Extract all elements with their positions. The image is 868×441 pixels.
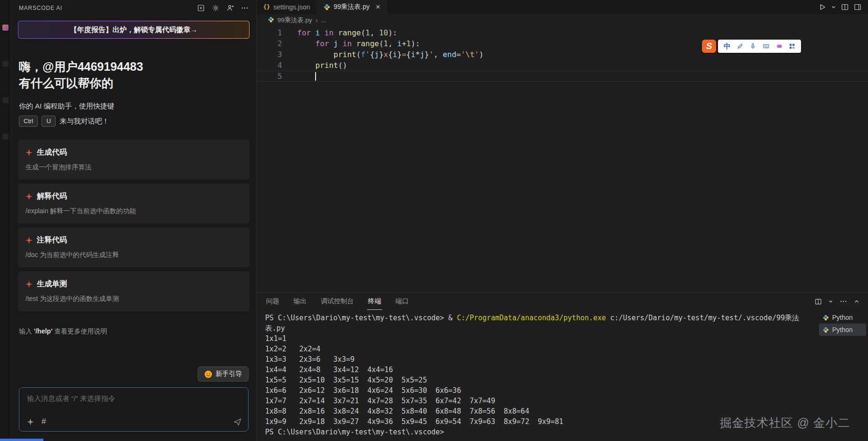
breadcrumb[interactable]: 99乘法表.py › ... xyxy=(257,14,868,26)
prompt-card-title: 注释代码 xyxy=(37,235,67,245)
code-line[interactable]: 1for i in range(1, 10): xyxy=(257,27,868,38)
terminal-output-line: 1x6=6 2x6=12 3x6=18 4x6=24 5x6=30 6x6=36 xyxy=(265,385,819,396)
layout-icon[interactable] xyxy=(854,3,861,11)
close-icon[interactable]: × xyxy=(376,3,380,11)
greeting-line2: 有什么可以帮你的 xyxy=(19,75,249,92)
banner-text: 【年度报告】出炉，解锁专属代码徽章→ xyxy=(70,25,198,34)
json-braces-icon: {} xyxy=(263,4,270,10)
terminal-command-line: PS C:\Users\Dario\my-test\my-test\.vscod… xyxy=(265,313,819,323)
more-icon[interactable] xyxy=(840,298,847,305)
watermark: 掘金技术社区 @ 金小二 xyxy=(720,415,850,431)
code-text: for j in range(1, i+1): xyxy=(297,38,420,49)
prompt-card[interactable]: 注释代码/doc 为当前选中的代码生成注释 xyxy=(18,227,250,267)
line-number: 4 xyxy=(257,60,297,71)
editor-tab[interactable]: 99乘法表.py× xyxy=(317,0,387,14)
code-line[interactable]: 5 xyxy=(257,71,868,82)
skin-icon[interactable] xyxy=(776,43,783,50)
new-chat-icon[interactable] xyxy=(197,4,205,12)
breadcrumb-more[interactable]: ... xyxy=(321,17,326,24)
annual-report-banner[interactable]: 【年度报告】出炉，解锁专属代码徽章→ xyxy=(18,21,250,39)
chat-input-placeholder: 输入消息或者 “/” 来选择指令 xyxy=(27,394,241,403)
line-number: 5 xyxy=(257,71,297,82)
prompt-card-desc: /doc 为当前选中的代码生成注释 xyxy=(25,251,242,259)
marscode-logo[interactable] xyxy=(2,25,8,31)
sogou-logo[interactable]: S xyxy=(702,40,716,53)
editor-actions xyxy=(818,0,868,14)
onboarding-label: 新手引导 xyxy=(216,370,242,378)
code-line[interactable]: 4 print() xyxy=(257,60,868,71)
panel-tab[interactable]: 端口 xyxy=(394,293,409,310)
vscode-window: MARSCODE AI 【年度报告】出炉，解锁专属代码徽章→ 嗨，@用户 xyxy=(0,0,868,441)
terminal-exe-path: C:/ProgramData/anaconda3/python.exe xyxy=(457,314,606,322)
terminal-process-item[interactable]: Python xyxy=(819,311,866,324)
run-icon[interactable] xyxy=(818,3,826,11)
panel-tab[interactable]: 输出 xyxy=(292,293,308,310)
editor-tabbar: {}settings.json99乘法表.py× xyxy=(257,0,868,14)
greeting-line1: 嗨，@用户4469194483 xyxy=(19,58,249,75)
activity-bar-icon[interactable] xyxy=(2,133,8,140)
process-label: Python xyxy=(832,326,853,333)
keyboard-icon[interactable] xyxy=(762,43,770,50)
run-dropdown-chevron-icon[interactable] xyxy=(831,5,836,9)
tab-label: settings.json xyxy=(273,3,310,11)
toolbox-grid-icon[interactable] xyxy=(789,43,795,50)
code-text xyxy=(297,71,316,82)
ctrl-key: Ctrl xyxy=(19,116,38,127)
maximize-panel-chevron-icon[interactable] xyxy=(854,299,860,304)
split-editor-icon[interactable] xyxy=(841,3,849,11)
mic-icon[interactable] xyxy=(750,43,756,50)
prompt-cards: 生成代码生成一个冒泡排序算法解释代码/explain 解释一下当前选中函数的功能… xyxy=(18,140,250,315)
account-icon[interactable] xyxy=(226,4,234,12)
more-actions-icon[interactable] xyxy=(241,4,249,12)
settings-gear-icon[interactable] xyxy=(212,4,219,12)
terminal-output-line: 1x7=7 2x7=14 3x7=21 4x7=28 5x7=35 6x7=42… xyxy=(265,396,819,406)
text-cursor xyxy=(315,72,316,81)
ime-lang-toggle[interactable]: 中 xyxy=(724,42,731,51)
python-icon xyxy=(268,17,274,23)
prompt-card-title: 解释代码 xyxy=(37,191,67,201)
prompt-card[interactable]: 生成单测/test 为这段选中的函数生成单测 xyxy=(18,271,250,311)
panel-tab[interactable]: 问题 xyxy=(265,293,280,310)
prompt-card-desc: /test 为这段选中的函数生成单测 xyxy=(25,295,242,303)
ime-toolbar: S 中 xyxy=(702,40,801,53)
chevron-down-icon[interactable] xyxy=(828,299,833,304)
editor: {}settings.json99乘法表.py× xyxy=(257,0,868,292)
status-accent-bar xyxy=(0,439,43,441)
python-icon xyxy=(324,4,330,10)
panel-tab[interactable]: 终端 xyxy=(367,293,382,310)
code-area[interactable]: 1for i in range(1, 10):2 for j in range(… xyxy=(257,26,868,292)
prompt-card-desc: /explain 解释一下当前选中函数的功能 xyxy=(25,207,242,216)
editor-tab[interactable]: {}settings.json xyxy=(257,0,317,14)
handwriting-icon[interactable] xyxy=(737,43,743,50)
prompt-card-desc: 生成一个冒泡排序算法 xyxy=(25,163,242,172)
chat-input-box[interactable]: 输入消息或者 “/” 来选择指令 # xyxy=(19,387,249,432)
python-icon xyxy=(823,327,829,333)
prompt-card[interactable]: 生成代码生成一个冒泡排序算法 xyxy=(18,140,250,180)
breadcrumb-file[interactable]: 99乘法表.py xyxy=(277,16,312,25)
activity-bar-icon[interactable] xyxy=(2,61,8,67)
prompt-card-title: 生成单测 xyxy=(37,279,67,289)
ai-spark-icon xyxy=(25,193,33,200)
line-number: 1 xyxy=(257,27,297,38)
intro-suffix: 来与我对话吧！ xyxy=(59,116,109,126)
terminal-output-line: 1x5=5 2x5=10 3x5=15 4x5=20 5x5=25 xyxy=(265,375,819,385)
ai-spark-icon xyxy=(25,149,33,156)
activity-bar-icon[interactable] xyxy=(2,97,8,103)
terminal-output-line: 1x3=3 2x3=6 3x3=9 xyxy=(265,354,819,365)
intro-text: 你的 AI 编程助手，使用快捷键 xyxy=(19,101,249,111)
prompt-card[interactable]: 解释代码/explain 解释一下当前选中函数的功能 xyxy=(18,183,250,224)
panel-tab[interactable]: 调试控制台 xyxy=(320,293,355,310)
tab-label: 99乘法表.py xyxy=(334,3,369,11)
split-terminal-icon[interactable] xyxy=(815,298,822,305)
chevron-right-icon: › xyxy=(316,16,318,24)
code-text: for i in range(1, 10): xyxy=(297,27,397,38)
onboarding-button[interactable]: 新手引导 xyxy=(198,366,249,382)
ai-spark-icon[interactable] xyxy=(27,418,34,425)
smiley-icon xyxy=(204,370,212,378)
panel-tabbar: 问题输出调试控制台终端端口 xyxy=(257,293,868,310)
context-hash-button[interactable]: # xyxy=(42,417,46,426)
terminal-process-item[interactable]: Python xyxy=(819,324,866,336)
help-command: '/help' xyxy=(34,327,52,335)
send-icon[interactable] xyxy=(234,418,242,426)
terminal-amp: & xyxy=(448,314,452,322)
